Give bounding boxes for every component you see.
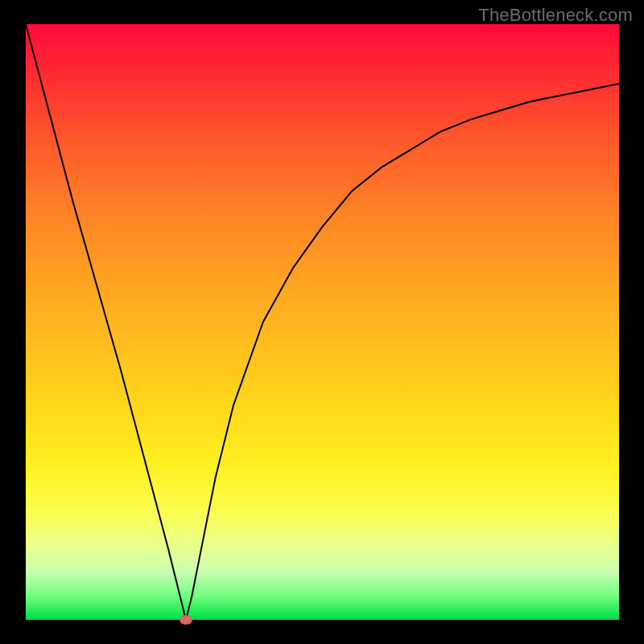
chart-frame: TheBottleneck.com: [0, 0, 644, 644]
watermark-text: TheBottleneck.com: [478, 5, 633, 26]
curve-line: [26, 24, 619, 620]
plot-area: [26, 24, 619, 620]
curve-marker: [180, 615, 192, 625]
